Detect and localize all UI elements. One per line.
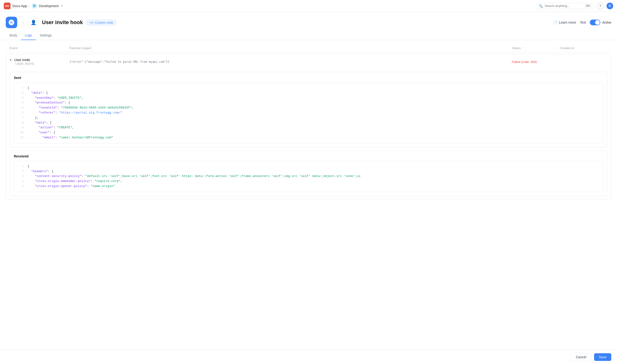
user-avatar[interactable]: D [606, 3, 613, 9]
page-header: → 👤 User invite hook </> Custom code 📄 L… [0, 12, 617, 31]
search-box[interactable]: 🔍 ⌘K [536, 3, 594, 9]
code-line-3: 3 "eventKey": "USER_INVITE", [18, 96, 599, 101]
line-num: 5 [18, 184, 24, 189]
line-num: 11 [18, 135, 24, 140]
app-logo [6, 17, 17, 28]
received-code-block: 1 { 2 "headers": { 3 "content-security-p… [14, 161, 603, 192]
code-line-7: 7 }, [18, 116, 599, 120]
navbar-left: DO Docs-App / 🌐 Development ▾ [4, 3, 536, 9]
code-content: "cross-origin-embedder-policy": "require… [27, 179, 122, 184]
sent-code-block: 1 { 2 "data": { 3 "eventKey": "USER_INVI… [14, 82, 603, 143]
tabs-bar: Body Logs Settings [0, 31, 617, 40]
line-num: 9 [18, 125, 24, 130]
app-name[interactable]: Docs-App [13, 4, 27, 8]
nav-separator: / [29, 4, 30, 8]
search-kbd: ⌘K [585, 4, 591, 8]
line-num: 10 [18, 130, 24, 135]
tab-body[interactable]: Body [6, 31, 21, 40]
active-toggle-container: Active [590, 20, 611, 25]
code-content: "eventKey": "USER_INVITE", [27, 96, 83, 101]
col-status: Status [512, 46, 560, 50]
app-badge[interactable]: DO [4, 3, 11, 9]
sent-title: Sent [14, 76, 603, 80]
log-event-cell: ▾ User invite USER_INVITE [10, 58, 69, 65]
code-line-11: 11 "email": "samir.benhaz+1@frontegg.com… [18, 135, 599, 140]
sent-section: Sent 1 { 2 "data": { 3 "eventKey": "USER… [10, 72, 607, 147]
code-line-5: 5 "tenantId": "7586865b-9b1d-4689-a334-a… [18, 105, 599, 110]
log-payload: {"error":{"message":"Failed to parse URL… [69, 60, 512, 64]
code-line-2: 2 "data": { [18, 91, 599, 96]
code-line-10: 10 "user": { [18, 130, 599, 135]
code-icon: </> [89, 21, 94, 24]
header-actions: 📄 Learn more Test Active [553, 20, 611, 25]
log-status: Failed (code: 400) [512, 60, 560, 64]
col-event: Event [10, 46, 69, 50]
recv-code-line-1: 1 { [18, 164, 599, 169]
code-content: "cross-origin-opener-policy": "same-orig… [27, 184, 115, 189]
recv-code-line-5: 5 "cross-origin-opener-policy": "same-or… [18, 184, 599, 189]
line-num: 7 [18, 116, 24, 120]
arrow-icon: → [21, 20, 25, 25]
navbar: DO Docs-App / 🌐 Development ▾ 🔍 ⌘K ? D [0, 0, 617, 12]
line-num: 1 [18, 164, 24, 169]
doc-icon: 📄 [553, 20, 558, 25]
col-created: Created at [560, 46, 607, 50]
env-name[interactable]: Development [39, 4, 59, 8]
line-num: 8 [18, 120, 24, 126]
logo-icon [8, 19, 15, 26]
line-num: 6 [18, 110, 24, 116]
learn-more-button[interactable]: 📄 Learn more [553, 20, 576, 25]
code-content: "headers": { [27, 169, 53, 174]
search-icon: 🔍 [539, 4, 543, 8]
col-payload: Payload snippet [69, 46, 512, 50]
tab-settings[interactable]: Settings [36, 31, 56, 40]
log-event-key: USER_INVITE [15, 62, 69, 65]
received-section: Received 1 { 2 "headers": { 3 "content-s… [10, 150, 607, 196]
code-line-4: 4 "prehookContext": { [18, 100, 599, 105]
active-toggle[interactable] [590, 20, 600, 25]
recv-code-line-2: 2 "headers": { [18, 169, 599, 174]
line-num: 3 [18, 96, 24, 101]
code-content: "email": "samir.benhaz+1@frontegg.com" [27, 135, 113, 140]
received-title: Received [14, 154, 603, 158]
line-num: 4 [18, 179, 24, 184]
env-chevron-icon: ▾ [61, 4, 63, 8]
user-icon-box: 👤 [29, 18, 38, 27]
help-button[interactable]: ? [597, 3, 604, 9]
recv-code-line-4: 4 "cross-origin-embedder-policy": "requi… [18, 179, 599, 184]
user-icon: 👤 [30, 20, 37, 25]
code-content: "data": { [27, 91, 48, 96]
code-line-8: 8 "data": { [18, 120, 599, 126]
code-line-6: 6 "referer": "https://portal.stg.fronteg… [18, 110, 599, 116]
code-content: "content-security-policy": "default-src … [27, 174, 361, 179]
line-num: 2 [18, 91, 24, 96]
custom-code-label: Custom code [95, 21, 113, 24]
search-input[interactable] [545, 4, 583, 8]
test-button[interactable]: Test [580, 21, 586, 24]
custom-code-badge[interactable]: </> Custom code [87, 20, 116, 25]
code-content: { [27, 86, 29, 91]
active-label: Active [602, 21, 611, 24]
code-line-9: 9 "action": "CREATE", [18, 125, 599, 130]
chevron-down-icon: ▾ [10, 58, 12, 62]
code-content: "referer": "https://portal.stg.frontegg.… [27, 110, 122, 116]
code-content: { [27, 164, 29, 169]
recv-code-line-3: 3 "content-security-policy": "default-sr… [18, 174, 599, 179]
code-content: "prehookContext": { [27, 100, 70, 105]
log-event-name: User invite [14, 58, 30, 62]
log-row-expanded: ▾ User invite USER_INVITE {"error":{"mes… [6, 54, 611, 199]
navbar-right: 🔍 ⌘K ? D [536, 3, 613, 9]
tab-logs[interactable]: Logs [21, 31, 36, 40]
code-content: "data": { [27, 120, 52, 126]
line-num: 5 [18, 105, 24, 110]
code-content: }, [27, 116, 39, 120]
learn-more-label: Learn more [559, 21, 576, 24]
code-content: "action": "CREATE", [27, 125, 74, 130]
code-content: "user": { [27, 130, 55, 135]
env-icon: 🌐 [32, 3, 37, 9]
line-num: 3 [18, 174, 24, 179]
code-content: "tenantId": "7586865b-9b1d-4689-a334-ab9… [27, 105, 134, 110]
log-row-header[interactable]: ▾ User invite USER_INVITE {"error":{"mes… [6, 55, 611, 69]
table-header: Event Payload snippet Status Created at [6, 44, 611, 52]
line-num: 2 [18, 169, 24, 174]
